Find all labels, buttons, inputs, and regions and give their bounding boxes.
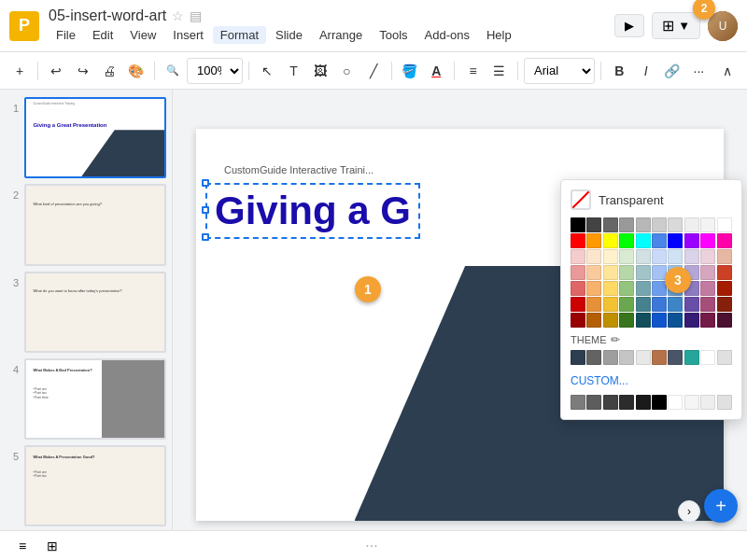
grid-view-button[interactable]: ⊞ xyxy=(41,535,63,557)
theme-color-cell[interactable] xyxy=(717,350,732,365)
color-cell[interactable] xyxy=(652,313,667,328)
color-cell[interactable] xyxy=(619,217,634,232)
theme-color-cell[interactable] xyxy=(586,350,601,365)
slide-preview-1[interactable]: CustomGuide Interactive Training Giving … xyxy=(24,97,166,178)
theme-color-cell[interactable] xyxy=(668,350,683,365)
menu-help[interactable]: Help xyxy=(479,26,519,44)
color-cell[interactable] xyxy=(619,265,634,280)
recent-color-cell[interactable] xyxy=(668,395,683,410)
text-color-button[interactable]: A xyxy=(424,58,448,84)
menu-slide[interactable]: Slide xyxy=(268,26,310,44)
more-options-button[interactable]: ··· xyxy=(686,58,711,84)
list-view-button[interactable]: ≡ xyxy=(11,535,34,557)
color-cell[interactable] xyxy=(684,249,699,264)
present-button[interactable]: ▶ xyxy=(614,14,644,37)
doc-title-text[interactable]: 05-insert-word-art xyxy=(49,7,166,24)
transparent-icon[interactable] xyxy=(571,189,591,210)
collapse-button[interactable]: ∧ xyxy=(715,58,740,84)
recent-color-cell[interactable] xyxy=(652,395,667,410)
paint-format-button[interactable]: 🎨 xyxy=(123,58,148,84)
image-tool[interactable]: 🖼 xyxy=(308,58,332,84)
recent-color-cell[interactable] xyxy=(586,395,601,410)
color-cell[interactable] xyxy=(603,281,618,296)
slide-thumb-1[interactable]: 1 CustomGuide Interactive Training Givin… xyxy=(6,97,166,178)
menu-edit[interactable]: Edit xyxy=(85,26,120,44)
color-cell[interactable] xyxy=(636,297,651,312)
menu-file[interactable]: File xyxy=(49,26,83,44)
color-cell[interactable] xyxy=(619,233,634,248)
color-cell[interactable] xyxy=(571,297,585,312)
color-cell[interactable] xyxy=(668,297,683,312)
color-cell[interactable] xyxy=(700,249,715,264)
font-select[interactable]: Arial xyxy=(524,58,595,84)
theme-color-cell[interactable] xyxy=(619,350,634,365)
recent-color-cell[interactable] xyxy=(636,395,651,410)
menu-tools[interactable]: Tools xyxy=(372,26,415,44)
color-cell[interactable] xyxy=(700,281,715,296)
slide-thumb-5[interactable]: 5 What Makes A Presentation Good? • Poin… xyxy=(6,445,166,526)
select-tool[interactable]: ↖ xyxy=(255,58,279,84)
color-cell[interactable] xyxy=(603,233,618,248)
align-right-button[interactable]: ☰ xyxy=(487,58,512,84)
color-cell[interactable] xyxy=(636,249,651,264)
slide-thumb-4[interactable]: 4 What Makes A Bad Presentation? • Point… xyxy=(6,358,166,440)
expand-button[interactable]: › xyxy=(678,500,700,523)
redo-button[interactable]: ↪ xyxy=(71,58,95,84)
color-cell[interactable] xyxy=(684,313,699,328)
slide-preview-3[interactable]: What do you want to know after today's p… xyxy=(24,272,166,353)
color-cell[interactable] xyxy=(586,281,601,296)
color-cell[interactable] xyxy=(636,265,651,280)
zoom-out-button[interactable]: 🔍 xyxy=(161,58,185,84)
theme-color-cell[interactable] xyxy=(636,350,651,365)
color-cell[interactable] xyxy=(717,233,732,248)
color-cell[interactable] xyxy=(700,265,715,280)
color-cell[interactable] xyxy=(619,281,634,296)
print-button[interactable]: 🖨 xyxy=(97,58,121,84)
color-cell[interactable] xyxy=(636,233,651,248)
color-cell[interactable] xyxy=(668,217,683,232)
menu-arrange[interactable]: Arrange xyxy=(312,26,370,44)
color-cell[interactable] xyxy=(668,313,683,328)
color-cell[interactable] xyxy=(619,249,634,264)
canvas-word-art[interactable]: Giving a G xyxy=(205,183,420,239)
color-cell[interactable] xyxy=(571,249,585,264)
color-cell[interactable] xyxy=(571,313,585,328)
handle-bl[interactable] xyxy=(202,233,209,241)
color-cell[interactable] xyxy=(652,249,667,264)
transparent-label[interactable]: Transparent xyxy=(599,193,664,207)
color-cell[interactable] xyxy=(571,281,585,296)
color-cell[interactable] xyxy=(636,217,651,232)
color-cell[interactable] xyxy=(603,265,618,280)
color-cell[interactable] xyxy=(603,217,618,232)
color-cell[interactable] xyxy=(700,313,715,328)
color-cell[interactable] xyxy=(717,313,732,328)
color-cell[interactable] xyxy=(668,233,683,248)
color-cell[interactable] xyxy=(586,217,601,232)
recent-color-cell[interactable] xyxy=(571,395,585,410)
color-cell[interactable] xyxy=(586,313,601,328)
color-cell[interactable] xyxy=(717,281,732,296)
undo-button[interactable]: ↩ xyxy=(44,58,68,84)
handle-ml[interactable] xyxy=(202,206,209,214)
color-cell[interactable] xyxy=(571,265,585,280)
text-tool[interactable]: T xyxy=(281,58,305,84)
recent-color-cell[interactable] xyxy=(684,395,699,410)
add-button[interactable]: + xyxy=(7,58,32,84)
color-cell[interactable] xyxy=(717,297,732,312)
recent-color-cell[interactable] xyxy=(603,395,618,410)
handle-tl[interactable] xyxy=(202,179,209,187)
color-cell[interactable] xyxy=(636,313,651,328)
color-cell[interactable] xyxy=(652,233,667,248)
color-cell[interactable] xyxy=(586,265,601,280)
zoom-select[interactable]: 100% xyxy=(187,58,243,84)
link-button[interactable]: 🔗 xyxy=(660,58,684,84)
add-slide-fab[interactable]: + xyxy=(704,489,738,523)
slideshow-button[interactable]: ⊞ ▼ xyxy=(652,12,700,39)
color-cell[interactable] xyxy=(668,249,683,264)
menu-format[interactable]: Format xyxy=(213,26,266,44)
theme-color-cell[interactable] xyxy=(603,350,618,365)
italic-button[interactable]: I xyxy=(633,58,657,84)
shape-tool[interactable]: ○ xyxy=(334,58,359,84)
theme-color-cell[interactable] xyxy=(652,350,667,365)
theme-color-cell[interactable] xyxy=(700,350,715,365)
